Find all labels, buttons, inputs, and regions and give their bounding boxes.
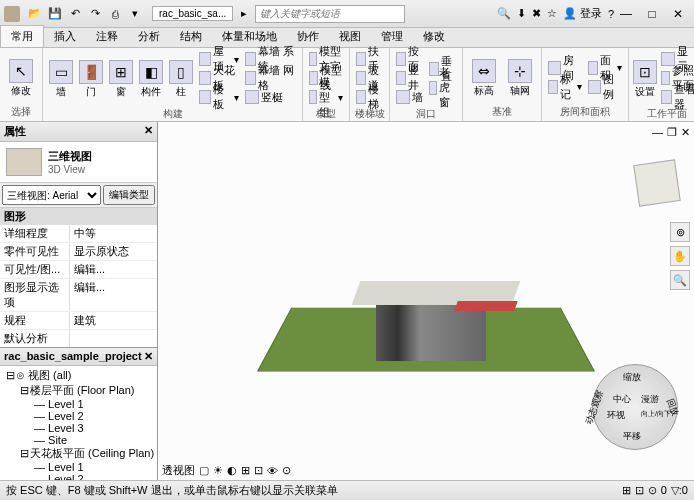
visual-style-icon[interactable]: ▢ [199, 464, 209, 477]
wheel-look[interactable]: 漫游 [641, 393, 659, 406]
grid-button[interactable]: ⊹轴网 [503, 59, 537, 96]
zoom-icon[interactable]: 🔍 [670, 270, 690, 290]
editable-only-icon[interactable]: ⊙ [648, 484, 657, 497]
steering-wheel[interactable]: 缩放 动态观察 平移 回放 中心 漫游 向上/向下 环视 [592, 364, 678, 450]
tab-structure[interactable]: 结构 [170, 26, 212, 47]
statusbar: 按 ESC 键、F8 键或 Shift+W 退出，或单击鼠标右键以显示关联菜单 … [0, 480, 694, 500]
hide-isolate-icon[interactable]: 👁 [267, 465, 278, 477]
search-input[interactable] [255, 5, 405, 23]
close-button[interactable]: ✕ [666, 5, 690, 23]
door-button[interactable]: 🚪门 [77, 60, 105, 97]
open-icon[interactable]: 📂 [26, 5, 44, 23]
modify-button[interactable]: ↖修改 [4, 59, 38, 96]
column-button[interactable]: ▯柱 [167, 60, 195, 97]
edit-type-button[interactable]: 编辑类型 [103, 185, 155, 205]
selection-count[interactable]: 0 [661, 484, 667, 497]
mullion-button[interactable]: 竖梃 [243, 88, 298, 106]
prop-row[interactable]: 详细程度中等 [0, 225, 157, 243]
ribbon: ↖修改 选择 ▭墙 🚪门 ⊞窗 ◧构件 ▯柱 屋顶 ▾ 天花板 楼板 ▾ 幕墙 … [0, 48, 694, 122]
tree-leaf[interactable]: — Level 1 [30, 461, 155, 473]
wheel-center[interactable]: 中心 [613, 393, 631, 406]
prop-row[interactable]: 默认分析显... [0, 330, 157, 348]
steering-wheel-icon[interactable]: ⊚ [670, 222, 690, 242]
tab-insert[interactable]: 插入 [44, 26, 86, 47]
wheel-updown[interactable]: 向上/向下 [641, 409, 671, 419]
group-workplane: ⊡设置 显示 参照 平面 查看器 工作平面 [629, 48, 694, 121]
prop-row[interactable]: 规程建筑 [0, 312, 157, 330]
sun-path-icon[interactable]: ☀ [213, 464, 223, 477]
level-button[interactable]: ⇔标高 [467, 59, 501, 96]
file-name-tab[interactable]: rac_basic_sa... [152, 6, 233, 21]
prop-row[interactable]: 零件可见性显示原状态 [0, 243, 157, 261]
tab-analyze[interactable]: 分析 [128, 26, 170, 47]
login-button[interactable]: 👤 登录 [563, 6, 602, 21]
tree-root[interactable]: ⊟⊙ 视图 (all) [2, 368, 155, 383]
quick-access-toolbar: 📂 💾 ↶ ↷ ⎙ ▾ [26, 5, 144, 23]
maximize-button[interactable]: □ [640, 5, 664, 23]
curtain-grid-button[interactable]: 幕墙 网格 [243, 69, 298, 87]
group-model: 模型 文字 模型 线 模型 组 ▾ 模型 [303, 48, 350, 121]
properties-close-icon[interactable]: ✕ [144, 124, 153, 139]
subscription-icon[interactable]: ⬇ [517, 7, 526, 20]
wheel-walk[interactable]: 环视 [607, 409, 625, 422]
tab-home[interactable]: 常用 [0, 25, 44, 47]
save-icon[interactable]: 💾 [46, 5, 64, 23]
workset-icon[interactable]: ⊞ [622, 484, 631, 497]
qat-dropdown-icon[interactable]: ▾ [126, 5, 144, 23]
reveal-icon[interactable]: ⊙ [282, 464, 291, 477]
view-type-name-en: 3D View [48, 164, 92, 175]
minimize-button[interactable]: — [614, 5, 638, 23]
stair-button[interactable]: 楼梯 [354, 88, 385, 106]
prop-category-graphics[interactable]: 图形 [0, 208, 157, 225]
wheel-pan[interactable]: 平移 [623, 430, 641, 443]
infocenter-search-icon[interactable]: 🔍 [497, 7, 511, 20]
properties-type-header[interactable]: 三维视图 3D View [0, 142, 157, 183]
shaft-button[interactable]: 竖井 [394, 69, 425, 87]
tree-leaf[interactable]: — Level 1 [30, 398, 155, 410]
tree-leaf[interactable]: — Site [30, 434, 155, 446]
wheel-zoom[interactable]: 缩放 [623, 371, 641, 384]
view-tab-label[interactable]: 透视图 [162, 463, 195, 478]
pan-icon[interactable]: ✋ [670, 246, 690, 266]
viewport[interactable]: — ❐ ✕ ⊚ ✋ 🔍 缩放 动态观察 平移 回放 中心 [158, 122, 694, 480]
window-button[interactable]: ⊞窗 [107, 60, 135, 97]
filter-icon[interactable]: ▽:0 [671, 484, 688, 497]
wall-opening-button[interactable]: 墙 [394, 88, 425, 106]
tree-leaf[interactable]: — Level 2 [30, 410, 155, 422]
set-workplane-button[interactable]: ⊡设置 [633, 60, 657, 97]
viewcube[interactable] [633, 159, 680, 206]
window-controls: — □ ✕ [614, 5, 690, 23]
app-icon[interactable] [4, 6, 20, 22]
prop-row[interactable]: 图形显示选项编辑... [0, 279, 157, 312]
browser-close-icon[interactable]: ✕ [144, 350, 153, 363]
tree-floor-plans[interactable]: ⊟楼层平面 (Floor Plan) [16, 383, 155, 398]
tree-ceiling-plans[interactable]: ⊟天花板平面 (Ceiling Plan) [16, 446, 155, 461]
exchange-icon[interactable]: ✖ [532, 7, 541, 20]
instance-selector[interactable]: 三维视图: Aerial [2, 185, 101, 205]
wall-button[interactable]: ▭墙 [47, 60, 75, 97]
viewer-button[interactable]: 查看器 [659, 88, 694, 106]
properties-grid: 图形 详细程度中等 零件可见性显示原状态 可见性/图...编辑... 图形显示选… [0, 208, 157, 348]
model-group-button[interactable]: 模型 组 ▾ [307, 88, 345, 106]
legend-button[interactable]: 图例 [586, 78, 624, 96]
tag-button[interactable]: 标记 ▾ [546, 78, 584, 96]
tree-leaf[interactable]: — Level 2 [30, 473, 155, 480]
floor-button[interactable]: 楼板 ▾ [197, 88, 241, 106]
dormer-button[interactable]: 老虎窗 [427, 79, 458, 97]
favorite-icon[interactable]: ☆ [547, 7, 557, 20]
tree-leaf[interactable]: — Level 3 [30, 422, 155, 434]
render-icon[interactable]: ⊞ [241, 464, 250, 477]
titlebar: 📂 💾 ↶ ↷ ⎙ ▾ rac_basic_sa... ▸ 🔍 ⬇ ✖ ☆ 👤 … [0, 0, 694, 28]
file-dropdown-icon[interactable]: ▸ [241, 7, 247, 20]
properties-toolbar: 三维视图: Aerial 编辑类型 [0, 183, 157, 208]
crop-icon[interactable]: ⊡ [254, 464, 263, 477]
undo-icon[interactable]: ↶ [66, 5, 84, 23]
design-options-icon[interactable]: ⊡ [635, 484, 644, 497]
project-browser-tree[interactable]: ⊟⊙ 视图 (all) ⊟楼层平面 (Floor Plan) — Level 1… [0, 366, 157, 480]
print-icon[interactable]: ⎙ [106, 5, 124, 23]
component-button[interactable]: ◧构件 [137, 60, 165, 97]
shadows-icon[interactable]: ◐ [227, 464, 237, 477]
tab-annotate[interactable]: 注释 [86, 26, 128, 47]
redo-icon[interactable]: ↷ [86, 5, 104, 23]
prop-row[interactable]: 可见性/图...编辑... [0, 261, 157, 279]
